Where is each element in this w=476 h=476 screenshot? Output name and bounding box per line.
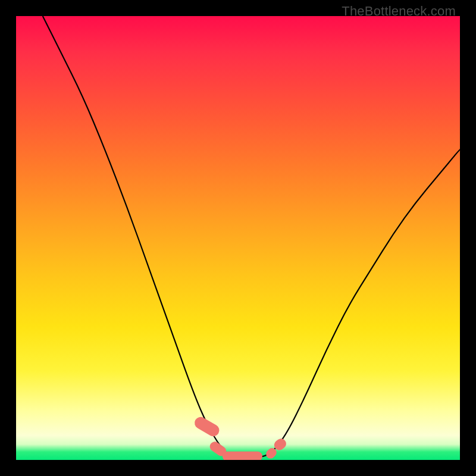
chart-markers <box>192 415 288 460</box>
watermark-text: TheBottleneck.com <box>342 4 456 19</box>
bottleneck-curve <box>43 16 460 458</box>
chart-svg <box>16 16 460 460</box>
marker-trough-bar <box>223 452 262 460</box>
chart-frame: TheBottleneck.com <box>0 0 476 476</box>
chart-plot-area <box>16 16 460 460</box>
marker-left-cap-upper <box>192 415 221 439</box>
